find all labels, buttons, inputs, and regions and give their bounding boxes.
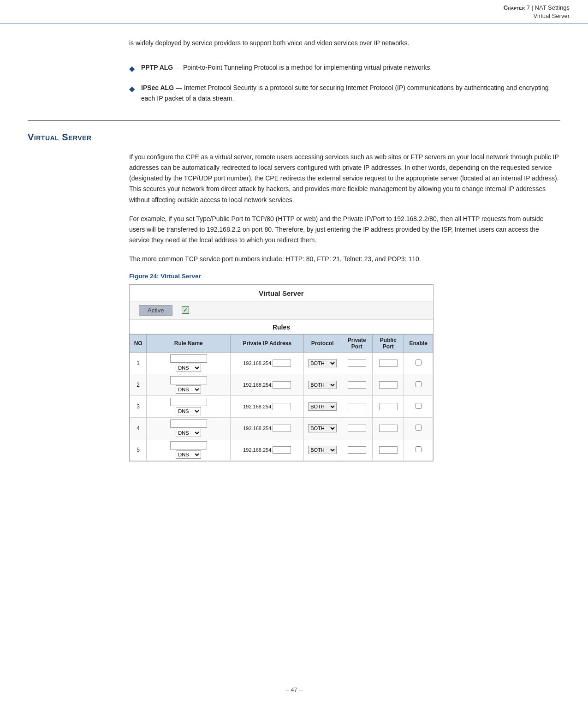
rule-name-input-3[interactable] (170, 398, 207, 406)
row-no-2: 2 (130, 374, 147, 395)
header-separator: | (532, 4, 535, 11)
private-port-input-3[interactable] (348, 403, 366, 410)
bullet-text-ipsec: IPSec ALG — Internet Protocol Security i… (141, 83, 560, 103)
th-rule-name: Rule Name (147, 334, 231, 352)
ipsec-dash: — (176, 84, 184, 91)
public-port-input-5[interactable] (379, 446, 398, 454)
public-port-input-4[interactable] (379, 425, 398, 432)
row-protocol-4: BOTHTCPUDP (304, 417, 341, 439)
protocol-select-3[interactable]: BOTHTCPUDP (308, 402, 337, 411)
pptp-dash: — (175, 64, 183, 71)
enable-checkbox-1[interactable] (416, 359, 422, 365)
row-enable-3 (404, 395, 433, 417)
vs-table-header-row: NO Rule Name Private IP Address Protocol… (130, 334, 433, 352)
page-header: Chapter 7 | NAT Settings Virtual Server (0, 0, 588, 24)
th-no: NO (130, 334, 147, 352)
table-row: 3DNS192.168.254.BOTHTCPUDP (130, 395, 433, 417)
table-row: 1DNS192.168.254.BOTHTCPUDP (130, 352, 433, 374)
vs-title-bar: Virtual Server (130, 285, 433, 301)
row-protocol-1: BOTHTCPUDP (304, 352, 341, 374)
vs-active-checkbox-area: ✓ (182, 306, 189, 314)
row-private-port-4 (341, 417, 373, 439)
row-private-port-3 (341, 395, 373, 417)
row-enable-2 (404, 374, 433, 395)
row-rule-name-2: DNS (147, 374, 231, 395)
enable-checkbox-4[interactable] (416, 425, 422, 431)
ipsec-desc: Internet Protocol Security is a protocol… (141, 84, 548, 102)
private-port-input-2[interactable] (348, 381, 366, 389)
row-protocol-3: BOTHTCPUDP (304, 395, 341, 417)
ip-suffix-input-5[interactable] (273, 446, 291, 454)
public-port-input-3[interactable] (379, 403, 398, 410)
rule-name-input-5[interactable] (170, 441, 207, 449)
enable-checkbox-3[interactable] (416, 403, 422, 409)
row-public-port-3 (373, 395, 404, 417)
private-port-input-1[interactable] (348, 359, 366, 367)
row-public-port-2 (373, 374, 404, 395)
figure-caption: Figure 24: Virtual Server (129, 273, 560, 280)
row-no-1: 1 (130, 352, 147, 374)
protocol-select-5[interactable]: BOTHTCPUDP (308, 446, 337, 454)
th-public-port: Public Port (373, 334, 404, 352)
section-divider (28, 120, 560, 121)
rule-name-input-1[interactable] (170, 354, 207, 363)
table-row: 4DNS192.168.254.BOTHTCPUDP (130, 417, 433, 439)
ip-suffix-input-2[interactable] (273, 381, 291, 389)
ipsec-term: IPSec ALG (141, 84, 174, 91)
row-enable-4 (404, 417, 433, 439)
bullet-text-pptp: PPTP ALG — Point-to-Point Tunneling Prot… (141, 62, 432, 72)
bullet-item-pptp: ◆ PPTP ALG — Point-to-Point Tunneling Pr… (129, 62, 560, 75)
protocol-select-2[interactable]: BOTHTCPUDP (308, 381, 337, 389)
th-private-port: Private Port (341, 334, 373, 352)
protocol-select-1[interactable]: BOTHTCPUDP (308, 359, 337, 367)
rule-name-input-2[interactable] (170, 376, 207, 384)
header-chapter-number: 7 (527, 4, 530, 11)
rule-name-input-4[interactable] (170, 419, 207, 428)
row-rule-name-4: DNS (147, 417, 231, 439)
private-port-input-4[interactable] (348, 425, 366, 432)
private-port-input-5[interactable] (348, 446, 366, 454)
virtual-server-widget: Virtual Server Active ✓ Rules NO Rule Na… (129, 284, 434, 461)
row-enable-1 (404, 352, 433, 374)
vs-active-checkbox[interactable]: ✓ (182, 306, 189, 314)
table-row: 5DNS192.168.254.BOTHTCPUDP (130, 439, 433, 461)
row-public-port-5 (373, 439, 404, 461)
row-private-ip-5: 192.168.254. (231, 439, 304, 461)
enable-checkbox-5[interactable] (416, 446, 422, 452)
row-rule-name-1: DNS (147, 352, 231, 374)
header-title-line2: Virtual Server (504, 12, 570, 20)
th-private-ip: Private IP Address (231, 334, 304, 352)
row-protocol-5: BOTHTCPUDP (304, 439, 341, 461)
ip-suffix-input-4[interactable] (273, 425, 291, 432)
body-para-3: The more common TCP service port numbers… (129, 254, 560, 264)
ip-suffix-input-1[interactable] (273, 359, 291, 367)
enable-checkbox-2[interactable] (416, 381, 422, 387)
dns-select-5[interactable]: DNS (176, 450, 201, 459)
bullet-diamond-ipsec: ◆ (129, 83, 135, 95)
header-chapter-label: Chapter (504, 4, 525, 11)
row-protocol-2: BOTHTCPUDP (304, 374, 341, 395)
page-content: is widely deployed by service providers … (0, 24, 588, 489)
row-no-4: 4 (130, 417, 147, 439)
public-port-input-1[interactable] (379, 359, 398, 367)
dns-select-2[interactable]: DNS (176, 385, 201, 394)
th-protocol: Protocol (304, 334, 341, 352)
dns-select-3[interactable]: DNS (176, 407, 201, 415)
dns-select-1[interactable]: DNS (176, 364, 201, 372)
ip-suffix-input-3[interactable] (273, 403, 291, 410)
header-title-line1: NAT Settings (535, 4, 570, 11)
row-rule-name-3: DNS (147, 395, 231, 417)
page-footer: – 47 – (0, 686, 588, 693)
row-rule-name-5: DNS (147, 439, 231, 461)
row-private-ip-1: 192.168.254. (231, 352, 304, 374)
row-private-port-5 (341, 439, 373, 461)
protocol-select-4[interactable]: BOTHTCPUDP (308, 424, 337, 432)
public-port-input-2[interactable] (379, 381, 398, 389)
vs-rules-label: Rules (130, 320, 433, 334)
row-enable-5 (404, 439, 433, 461)
dns-select-4[interactable]: DNS (176, 429, 201, 437)
row-private-port-1 (341, 352, 373, 374)
table-row: 2DNS192.168.254.BOTHTCPUDP (130, 374, 433, 395)
bullet-diamond-pptp: ◆ (129, 63, 135, 75)
row-private-ip-2: 192.168.254. (231, 374, 304, 395)
